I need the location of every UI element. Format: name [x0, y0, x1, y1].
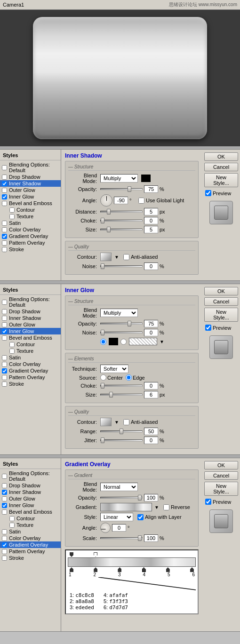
ig-edge-radio[interactable] [126, 374, 132, 381]
style3-outer-glow[interactable]: Outer Glow [0, 495, 61, 502]
preview-label-3[interactable]: Preview [204, 498, 238, 506]
go-angle-input[interactable] [112, 524, 126, 532]
ig-blend-mode-select[interactable]: Multiply [100, 309, 138, 317]
style3-color-overlay[interactable]: Color Overlay [0, 535, 61, 541]
ig-opacity-slider[interactable] [100, 323, 143, 325]
global-light-label[interactable]: Use Global Light [138, 198, 184, 204]
style3-texture[interactable]: Texture [0, 522, 61, 528]
go-gradient-preview[interactable] [100, 503, 152, 511]
go-scale-slider[interactable] [100, 537, 143, 539]
style3-inner-shadow[interactable]: Inner Shadow [0, 489, 61, 495]
cancel-button-2[interactable]: Cancel [204, 297, 238, 306]
style-inner-shadow[interactable]: Inner Shadow [0, 180, 61, 187]
cancel-button-3[interactable]: Cancel [204, 471, 238, 480]
style3-satin[interactable]: Satin [0, 528, 61, 535]
noise-input[interactable] [144, 262, 158, 270]
distance-input[interactable] [144, 208, 158, 215]
style2-color-overlay[interactable]: Color Overlay [0, 361, 61, 367]
style2-gradient-overlay[interactable]: Gradient Overlay [0, 367, 61, 374]
ig-contour-preview[interactable] [100, 418, 112, 426]
gradient-stop-bot-6[interactable] [190, 567, 194, 572]
style2-stroke[interactable]: Stroke [0, 381, 61, 387]
preview-checkbox-2[interactable] [205, 325, 211, 331]
ig-anti-aliased-checkbox[interactable] [123, 419, 129, 425]
style3-gradient-overlay[interactable]: Gradient Overlay [0, 541, 61, 548]
style-satin[interactable]: Satin [0, 220, 61, 226]
style2-pattern-overlay[interactable]: Pattern Overlay [0, 374, 61, 381]
style-pattern-overlay[interactable]: Pattern Overlay [0, 239, 61, 246]
size-slider[interactable] [100, 229, 143, 231]
style-outer-glow[interactable]: Outer Glow [0, 187, 61, 193]
ig-jitter-slider[interactable] [100, 439, 143, 441]
style-drop-shadow[interactable]: Drop Shadow [0, 174, 61, 180]
distance-slider[interactable] [100, 211, 143, 213]
new-style-button-2[interactable]: New Style... [204, 308, 238, 322]
gradient-stop-top-2[interactable] [94, 552, 97, 557]
style2-contour[interactable]: Contour [0, 341, 61, 348]
new-style-button-3[interactable]: New Style... [204, 482, 238, 496]
opacity-input[interactable] [144, 185, 158, 193]
opacity-slider[interactable] [100, 188, 143, 190]
ig-noise-input[interactable] [144, 329, 158, 336]
style-gradient-overlay[interactable]: Gradient Overlay [0, 233, 61, 239]
go-angle-dial[interactable] [100, 523, 111, 533]
gradient-stop-bot-3[interactable] [118, 567, 121, 572]
cancel-button-1[interactable]: Cancel [204, 163, 238, 171]
go-align-layer-label[interactable]: Align with Layer [137, 514, 182, 520]
style3-stroke[interactable]: Stroke [0, 555, 61, 561]
preview-checkbox-1[interactable] [205, 190, 211, 196]
preview-checkbox-3[interactable] [205, 499, 211, 505]
style-contour[interactable]: Contour [0, 207, 61, 213]
ig-edge-label[interactable]: Edge [126, 374, 145, 381]
ig-range-input[interactable] [144, 428, 158, 435]
style-stroke[interactable]: Stroke [0, 246, 61, 253]
noise-slider[interactable] [100, 265, 143, 267]
go-opacity-slider[interactable] [100, 497, 143, 499]
style-inner-glow[interactable]: Inner Glow [0, 193, 61, 200]
style-blending-options[interactable]: Blending Options: Default [0, 161, 61, 174]
style3-inner-glow[interactable]: Inner Glow [0, 502, 61, 509]
ok-button-1[interactable]: OK [204, 152, 238, 161]
ig-gradient-arrow[interactable]: ▼ [160, 339, 164, 344]
style2-drop-shadow[interactable]: Drop Shadow [0, 308, 61, 315]
ig-center-radio[interactable] [100, 374, 106, 381]
style3-bevel-emboss[interactable]: Bevel and Emboss [0, 509, 61, 515]
ok-button-2[interactable]: OK [204, 287, 238, 295]
style2-bevel-emboss[interactable]: Bevel and Emboss [0, 334, 61, 341]
gradient-stop-bot-5[interactable] [166, 567, 170, 572]
go-style-select[interactable]: Linear [100, 513, 133, 521]
go-gradient-arrow[interactable]: ▼ [154, 505, 159, 510]
blend-mode-select[interactable]: Multiply [100, 174, 138, 183]
go-align-layer-checkbox[interactable] [137, 514, 144, 520]
size-input[interactable] [144, 226, 158, 233]
ig-jitter-input[interactable] [144, 437, 158, 444]
style3-blending-options[interactable]: Blending Options: Default [0, 470, 61, 482]
blend-color-swatch[interactable] [141, 175, 151, 182]
style2-satin[interactable]: Satin [0, 354, 61, 361]
new-style-button-1[interactable]: New Style... [204, 173, 238, 187]
ig-size-slider[interactable] [100, 394, 143, 396]
gradient-stop-bot-2[interactable] [94, 567, 97, 572]
style-texture[interactable]: Texture [0, 213, 61, 220]
angle-dial[interactable] [100, 194, 112, 207]
ig-contour-arrow[interactable]: ▼ [114, 420, 119, 425]
style-color-overlay[interactable]: Color Overlay [0, 226, 61, 233]
ig-choke-input[interactable] [144, 382, 158, 390]
go-reverse-checkbox[interactable] [163, 504, 169, 510]
style2-texture[interactable]: Texture [0, 348, 61, 354]
gradient-stop-bot-1[interactable] [70, 567, 73, 572]
style2-inner-glow[interactable]: Inner Glow [0, 328, 61, 334]
ig-color-swatch[interactable] [109, 338, 118, 345]
ig-range-slider[interactable] [100, 430, 143, 432]
contour-preview[interactable] [100, 253, 112, 261]
ig-noise-slider[interactable] [100, 332, 143, 334]
style-bevel-emboss[interactable]: Bevel and Emboss [0, 200, 61, 207]
go-blend-mode-select[interactable]: Normal [100, 483, 138, 491]
go-scale-input[interactable] [144, 534, 158, 542]
contour-arrow[interactable]: ▼ [114, 254, 119, 260]
ig-anti-aliased-label[interactable]: Anti-aliased [123, 419, 158, 425]
go-opacity-input[interactable] [144, 494, 158, 501]
ig-technique-select[interactable]: Softer [100, 365, 128, 373]
preview-label-2[interactable]: Preview [204, 324, 238, 332]
ig-center-label[interactable]: Center [100, 374, 123, 381]
